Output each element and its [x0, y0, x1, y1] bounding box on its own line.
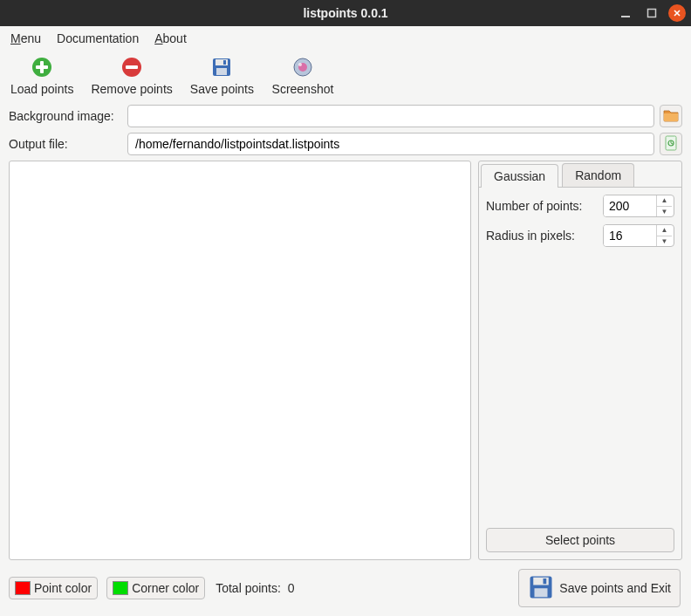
- load-points-label: Load points: [10, 82, 73, 96]
- form-rows: Background image: Output file:: [0, 103, 691, 159]
- total-points-value: 0: [288, 581, 295, 595]
- save-and-exit-button[interactable]: Save points and Exit: [518, 569, 681, 607]
- menu-menu[interactable]: Menu: [9, 30, 43, 47]
- npoints-arrows: ▲ ▼: [656, 195, 672, 216]
- menu-documentation[interactable]: Documentation: [55, 30, 140, 47]
- floppy-icon: [210, 56, 233, 79]
- tab-body-gaussian: Number of points: ▲ ▼ Radius in pixels:: [479, 188, 681, 559]
- svg-rect-21: [544, 578, 547, 584]
- browse-image-button[interactable]: [660, 105, 682, 127]
- side-panel: Gaussian Random Number of points: ▲ ▼ Ra…: [478, 161, 682, 560]
- tab-strip: Gaussian Random: [479, 161, 681, 188]
- radius-up-icon[interactable]: ▲: [657, 225, 672, 236]
- window-title: listpoints 0.0.1: [303, 6, 387, 20]
- titlebar: listpoints 0.0.1: [0, 0, 691, 26]
- radius-spinbox[interactable]: ▲ ▼: [603, 224, 674, 247]
- minus-circle-icon: [120, 56, 143, 79]
- output-file-row: Output file:: [9, 133, 682, 155]
- background-image-label: Background image:: [9, 109, 122, 123]
- canvas-pane[interactable]: [9, 161, 471, 560]
- footer: Point color Corner color Total points: 0…: [0, 565, 691, 607]
- plus-circle-icon: [31, 56, 53, 79]
- browse-output-button[interactable]: [660, 133, 682, 155]
- npoints-label: Number of points:: [486, 199, 598, 213]
- corner-color-label: Corner color: [132, 581, 199, 595]
- npoints-spinbox[interactable]: ▲ ▼: [603, 195, 674, 217]
- save-points-label: Save points: [190, 82, 254, 96]
- screenshot-button[interactable]: Screenshot: [268, 54, 338, 98]
- toolbar: Load points Remove points Save points Sc…: [0, 51, 691, 103]
- svg-rect-12: [223, 60, 226, 65]
- save-and-exit-label: Save points and Exit: [559, 581, 671, 595]
- output-file-input[interactable]: [127, 133, 654, 155]
- radius-down-icon[interactable]: ▼: [657, 236, 672, 247]
- lens-icon: [291, 56, 314, 79]
- svg-rect-20: [535, 588, 548, 597]
- client-area: Menu Documentation About Load points Rem…: [0, 26, 691, 616]
- background-image-input[interactable]: [127, 105, 654, 127]
- tab-random[interactable]: Random: [562, 163, 634, 187]
- radius-row: Radius in pixels: ▲ ▼: [486, 224, 674, 247]
- npoints-up-icon[interactable]: ▲: [657, 195, 672, 206]
- total-points: Total points: 0: [216, 581, 294, 595]
- remove-points-label: Remove points: [91, 82, 172, 96]
- tab-gaussian[interactable]: Gaussian: [481, 164, 558, 188]
- select-points-button[interactable]: Select points: [486, 528, 674, 552]
- npoints-down-icon[interactable]: ▼: [657, 206, 672, 217]
- corner-color-swatch: [113, 581, 128, 595]
- svg-rect-1: [648, 10, 656, 17]
- corner-color-button[interactable]: Corner color: [106, 577, 205, 599]
- floppy-icon: [528, 574, 554, 603]
- maximize-button[interactable]: [642, 3, 661, 23]
- svg-rect-11: [216, 68, 227, 75]
- output-file-label: Output file:: [9, 137, 122, 151]
- menu-about[interactable]: About: [153, 30, 188, 47]
- svg-point-15: [298, 63, 302, 66]
- save-points-button[interactable]: Save points: [187, 54, 257, 98]
- radius-input[interactable]: [604, 225, 656, 246]
- point-color-label: Point color: [34, 581, 92, 595]
- point-color-button[interactable]: Point color: [9, 577, 98, 599]
- folder-icon: [663, 108, 679, 125]
- svg-rect-6: [36, 65, 48, 69]
- background-image-row: Background image:: [9, 105, 682, 127]
- total-points-label: Total points:: [216, 581, 281, 595]
- svg-rect-0: [621, 16, 630, 17]
- document-icon: [664, 135, 678, 154]
- menubar: Menu Documentation About: [0, 26, 691, 51]
- radius-arrows: ▲ ▼: [656, 225, 672, 246]
- close-button[interactable]: [668, 4, 686, 22]
- npoints-row: Number of points: ▲ ▼: [486, 195, 674, 217]
- minimize-button[interactable]: [616, 3, 635, 23]
- radius-label: Radius in pixels:: [486, 229, 598, 243]
- point-color-swatch: [15, 581, 31, 595]
- screenshot-label: Screenshot: [272, 82, 334, 96]
- window-controls: [616, 3, 686, 23]
- main-split: Gaussian Random Number of points: ▲ ▼ Ra…: [0, 159, 691, 565]
- load-points-button[interactable]: Load points: [7, 54, 77, 98]
- remove-points-button[interactable]: Remove points: [87, 54, 175, 98]
- npoints-input[interactable]: [604, 195, 656, 216]
- svg-rect-8: [126, 65, 138, 69]
